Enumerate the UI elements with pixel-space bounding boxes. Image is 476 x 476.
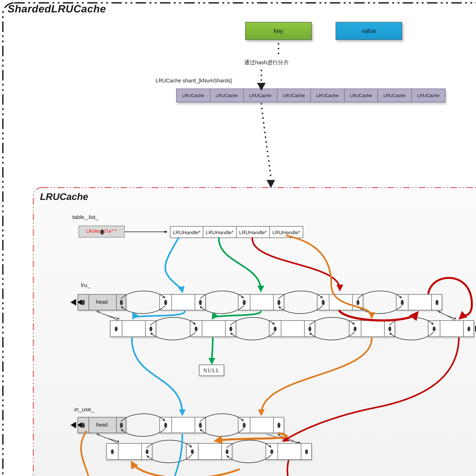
pointer-dot [115,326,118,331]
shard-cell: LRUCache [277,89,311,102]
node-divider [221,444,222,459]
list-node [238,417,284,433]
sharded-lru-cache-diagram: ShardedLRUCache key value 通过hash进行分片 LRU… [0,0,476,476]
table-list-label: table_.list_ [72,214,99,220]
node-divider [273,295,274,310]
head-node-label: head [78,422,126,427]
pointer-dot [225,449,229,454]
node-divider [384,321,385,337]
shard-cell: LRUCache [244,89,277,102]
node-divider [195,417,195,433]
node-divider [301,444,301,459]
list-node [317,294,363,310]
lru-list-label: lru_ [81,282,90,289]
list-node [349,320,395,337]
shard-cell: LRUCache [411,89,445,102]
node-divider [171,417,172,433]
pointer-dot [277,300,281,305]
shard-cell: LRUCache [311,89,344,102]
node-divider [352,295,353,310]
pointer-dot [435,300,439,305]
value-box-label: value [362,28,376,34]
value-box: value [336,22,402,40]
node-divider [250,295,250,310]
pointer-dot [357,300,359,305]
arrowhead-to-lrucache-panel [267,180,275,188]
list-node [186,443,232,460]
node-divider [145,321,146,337]
pointer-dot [164,300,167,305]
list-node [110,320,156,337]
pointer-dot [149,326,153,331]
list-node [106,443,152,460]
shard-cell: LRUCache [210,89,244,102]
shard-cell: LRUCache [344,89,378,102]
node-divider [440,321,440,337]
node-divider [281,321,281,337]
pointer-dot [305,449,308,454]
page-title: ShardedLRUCache [8,3,106,15]
head-node-label: head [78,299,126,305]
list-node [269,320,315,337]
hash-shard-note: 通过hash进行分片 [237,59,296,66]
pointer-dot [308,326,311,331]
key-box-label: key [274,28,283,34]
node-divider [304,321,305,337]
node-divider [122,321,122,337]
pointer-dot [229,326,233,331]
pointer-dot [101,229,103,235]
node-divider [277,444,278,459]
key-box: key [245,22,312,40]
dotted-line-shards-to-cache [261,104,271,178]
list-node [266,443,312,460]
bucket-cell: LRUHandle* [170,226,203,238]
pointer-dot [274,326,277,331]
bucket-cell: LRUHandle* [237,226,270,238]
shard-cell: LRUCache [177,89,210,102]
handle-table-bucket-row: LRUHandle*LRUHandle*LRUHandle*LRUHandle* [170,226,303,238]
shard-array: LRUCacheLRUCacheLRUCacheLRUCacheLRUCache… [176,88,445,102]
node-divider [202,321,202,337]
node-divider [198,444,199,459]
lrucache-panel-title: LRUCache [40,191,88,202]
node-divider [225,321,226,337]
list-head-node: head [78,417,126,433]
pointer-dot [388,326,391,331]
pointer-dot [146,449,149,454]
list-node [428,320,474,337]
list-node [159,294,206,310]
pointer-dot [277,423,281,428]
list-node [190,320,236,337]
shard-array-label: LRUCache shard_[kNumShards] [117,78,232,83]
bucket-cell: LRUHandle* [270,226,303,238]
pointer-dot [467,326,471,331]
pointer-dot [433,326,436,331]
node-divider [118,444,119,459]
shard-cell: LRUCache [378,89,411,102]
node-divider [171,295,172,310]
pointer-dot [243,300,246,305]
node-divider [273,417,274,433]
node-divider [361,321,361,337]
list-node [396,294,442,310]
in-use-list-label: in_use_ [74,406,94,413]
pointer-dot [195,326,198,331]
node-divider [408,295,408,310]
pointer-dot [401,300,404,305]
pointer-dot [199,300,202,305]
node-divider [463,321,464,337]
pointer-dot [243,423,246,428]
pointer-dot [191,449,194,454]
lruhandle-pointer-box: LRUHandle** [79,226,125,238]
node-divider [329,295,329,310]
null-box: NULL [199,365,224,376]
node-divider [431,295,432,310]
list-node [159,417,206,433]
list-head-node: head [78,294,126,310]
pointer-dot [111,449,114,454]
node-divider [195,295,195,310]
node-divider [141,444,142,459]
list-node [238,294,284,310]
bucket-cell: LRUHandle* [203,226,237,238]
pointer-dot [270,449,273,454]
